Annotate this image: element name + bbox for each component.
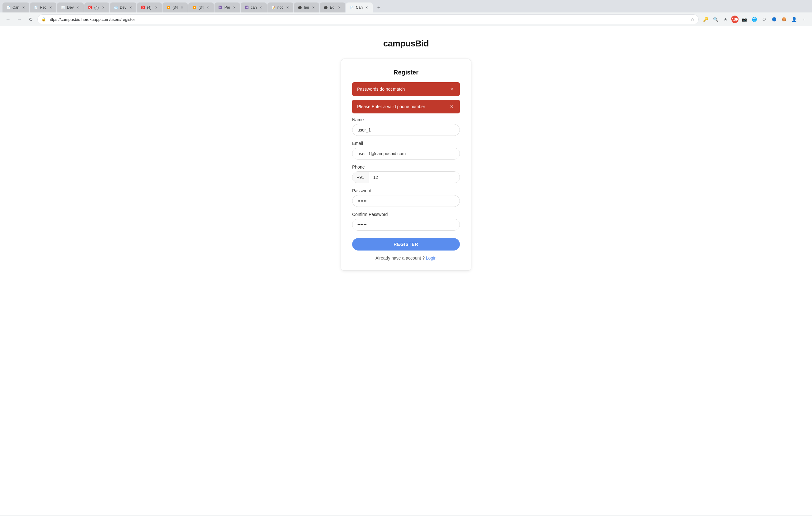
extension-icon-2[interactable]: 🔵 (770, 15, 778, 24)
login-link-row: Already have a account ? Login (352, 255, 460, 261)
alert-invalid-phone-close[interactable]: ✕ (448, 104, 455, 110)
tab-1-icon: 📄 (6, 5, 10, 10)
alert-password-mismatch-close[interactable]: ✕ (448, 86, 455, 92)
tab-9[interactable]: H Per ✕ (214, 2, 240, 12)
name-label: Name (352, 117, 460, 122)
tab-10-close[interactable]: ✕ (259, 5, 263, 10)
register-button[interactable]: REGISTER (352, 238, 460, 250)
tab-5-close[interactable]: ✕ (128, 5, 133, 10)
phone-form-group: Phone +91 (352, 165, 460, 183)
password-form-group: Password (352, 188, 460, 207)
tab-4[interactable]: Q (4) ✕ (84, 2, 109, 12)
tab-bar: 📄 Can ✕ 📄 Rec ✕ 📊 Dev ✕ Q (4) ✕ ✉️ Dev ✕… (0, 0, 812, 12)
tab-14-active[interactable]: 📄 Can ✕ (346, 2, 373, 12)
star-icon[interactable]: ☆ (691, 17, 695, 22)
tab-3[interactable]: 📊 Dev ✕ (57, 2, 83, 12)
translate-icon[interactable]: 🌐 (750, 15, 758, 24)
tab-6[interactable]: Q (4) ✕ (137, 2, 162, 12)
adblock-icon[interactable]: ABP (731, 16, 738, 23)
tab-4-close[interactable]: ✕ (101, 5, 106, 10)
browser-chrome: 📄 Can ✕ 📄 Rec ✕ 📊 Dev ✕ Q (4) ✕ ✉️ Dev ✕… (0, 0, 812, 26)
tab-11[interactable]: 📝 noc ✕ (267, 2, 293, 12)
tab-10-label: can (251, 5, 257, 10)
page-content: campusBid Register Passwords do not matc… (0, 26, 812, 515)
key-icon[interactable]: 🔑 (701, 15, 710, 24)
name-input[interactable] (352, 124, 460, 136)
tab-9-icon: H (218, 5, 223, 10)
tab-6-label: (4) (147, 5, 152, 10)
address-bar[interactable]: 🔒 https://campusbid.herokuapp.com/users/… (37, 14, 699, 24)
tab-11-label: noc (278, 5, 283, 10)
extension-icon-3[interactable]: 🍪 (780, 15, 788, 24)
tab-9-label: Per (225, 5, 230, 10)
tab-3-close[interactable]: ✕ (76, 5, 80, 10)
tab-2-label: Rec (40, 5, 47, 10)
card-title: Register (352, 69, 460, 76)
alert-invalid-phone: Please Enter a valid phone number ✕ (352, 100, 460, 113)
tab-13-close[interactable]: ✕ (337, 5, 342, 10)
email-input[interactable] (352, 148, 460, 160)
lock-icon: 🔒 (41, 17, 46, 22)
tab-13[interactable]: ⚫ Edi ✕ (320, 2, 345, 12)
profile-icon[interactable]: 👤 (790, 15, 798, 24)
tab-11-close[interactable]: ✕ (285, 5, 290, 10)
register-card: Register Passwords do not match ✕ Please… (341, 59, 471, 271)
app-title: campusBid (383, 38, 429, 49)
tab-8[interactable]: ▶️ (34 ✕ (188, 2, 213, 12)
tab-4-icon: Q (88, 5, 92, 10)
tab-5-label: Dev (120, 5, 126, 10)
tab-12[interactable]: ⚫ her ✕ (294, 2, 319, 12)
tab-14-icon: 📄 (350, 5, 354, 10)
tab-12-icon: ⚫ (298, 5, 302, 10)
confirm-password-label: Confirm Password (352, 212, 460, 217)
tab-7-close[interactable]: ✕ (180, 5, 184, 10)
tab-2[interactable]: 📄 Rec ✕ (30, 2, 56, 12)
login-link[interactable]: Login (426, 255, 436, 261)
tab-12-close[interactable]: ✕ (311, 5, 315, 10)
tab-12-label: her (304, 5, 309, 10)
tab-2-close[interactable]: ✕ (48, 5, 53, 10)
phone-country-code[interactable]: +91 (352, 172, 369, 183)
menu-icon[interactable]: ⋮ (800, 15, 808, 24)
tab-5[interactable]: ✉️ Dev ✕ (110, 2, 136, 12)
tab-8-label: (34 (198, 5, 204, 10)
forward-button[interactable]: → (15, 15, 24, 24)
search-icon[interactable]: 🔍 (711, 15, 720, 24)
back-button[interactable]: ← (4, 15, 12, 24)
tab-3-label: Dev (67, 5, 74, 10)
tab-7-label: (34 (173, 5, 178, 10)
password-label: Password (352, 188, 460, 193)
alert-password-mismatch-message: Passwords do not match (357, 87, 405, 91)
tab-7[interactable]: ▶️ (34 ✕ (163, 2, 188, 12)
alert-password-mismatch: Passwords do not match ✕ (352, 82, 460, 96)
extension-icon-1[interactable]: ⬡ (760, 15, 768, 24)
tab-10-icon: H (244, 5, 249, 10)
email-form-group: Email (352, 141, 460, 160)
tab-8-icon: ▶️ (192, 5, 197, 10)
tab-6-close[interactable]: ✕ (154, 5, 158, 10)
tab-7-icon: ▶️ (166, 5, 171, 10)
name-form-group: Name (352, 117, 460, 136)
bookmark-icon[interactable]: ★ (721, 15, 730, 24)
email-label: Email (352, 141, 460, 146)
reload-button[interactable]: ↻ (26, 15, 35, 24)
confirm-password-input[interactable] (352, 219, 460, 230)
tab-1-close[interactable]: ✕ (21, 5, 26, 10)
tab-14-close[interactable]: ✕ (365, 5, 369, 10)
confirm-password-form-group: Confirm Password (352, 212, 460, 230)
tab-13-label: Edi (330, 5, 335, 10)
tab-11-icon: 📝 (271, 5, 276, 10)
password-input[interactable] (352, 195, 460, 207)
tab-8-close[interactable]: ✕ (206, 5, 210, 10)
tab-1[interactable]: 📄 Can ✕ (2, 2, 29, 12)
login-prompt-text: Already have a account ? (376, 255, 425, 261)
screenshot-icon[interactable]: 📷 (740, 15, 749, 24)
new-tab-button[interactable]: + (375, 3, 383, 12)
alert-invalid-phone-message: Please Enter a valid phone number (357, 104, 425, 109)
tab-14-label: Can (356, 5, 363, 10)
tab-10[interactable]: H can ✕ (241, 2, 266, 12)
tab-9-close[interactable]: ✕ (232, 5, 236, 10)
toolbar-icons: 🔑 🔍 ★ ABP 📷 🌐 ⬡ 🔵 🍪 👤 ⋮ (701, 15, 808, 24)
tab-5-icon: ✉️ (114, 5, 118, 10)
phone-number-input[interactable] (369, 172, 460, 183)
